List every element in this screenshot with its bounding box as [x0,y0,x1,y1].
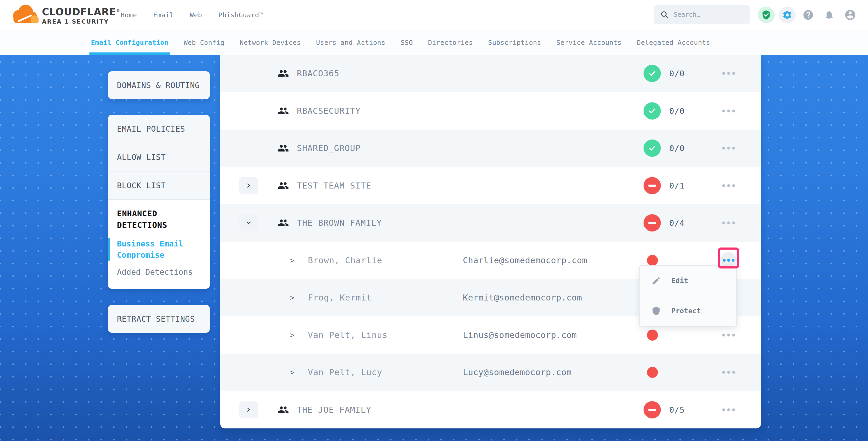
row-context-menu: Edit Protect [639,265,737,327]
member-count: 0/4 [669,218,685,228]
chevron-right-icon [290,368,294,377]
menu-item-label: Protect [671,307,701,315]
table-row: TEST TEAM SITE 0/1 [220,167,761,204]
people-icon [277,68,289,79]
menu-item-protect[interactable]: Protect [640,296,736,326]
tab-service-accounts[interactable]: Service Accounts [556,30,622,55]
member-name: Brown, Charlie [308,255,382,265]
people-icon [277,404,289,416]
people-icon [277,217,289,229]
member-count: 0/0 [669,106,685,116]
group-name: TEST TEAM SITE [297,181,371,191]
table-row: Van Pelt, Lucy Lucy@somedemocorp.com [220,354,761,391]
content-area: DOMAINS & ROUTING EMAIL POLICIES ALLOW L… [0,55,868,441]
sidebar-item-domains-routing[interactable]: DOMAINS & ROUTING [108,71,210,99]
member-name: Van Pelt, Lucy [308,367,382,377]
status-badge-protected [644,139,661,157]
expand-group-button[interactable] [239,401,258,418]
row-actions-button[interactable] [719,109,738,112]
member-count: 0/5 [669,405,685,414]
app-root: CLOUDFLARE® AREA 1 SECURITY Home Email W… [0,0,868,441]
row-actions-button[interactable] [719,184,738,187]
cloudflare-logo-icon [10,2,40,28]
tab-users-and-actions[interactable]: Users and Actions [316,30,385,55]
status-badge-protected [644,65,661,82]
status-badge-protected [644,102,661,120]
table-row: RBACSECURITY 0/0 [220,92,761,130]
enhanced-detections-title: ENHANCED DETECTIONS [108,208,210,231]
trademark: ® [116,8,120,12]
member-count: 0/1 [669,181,685,190]
table-row: SHARED_GROUP 0/0 [220,129,761,167]
people-icon [277,143,289,154]
menu-item-label: Edit [671,277,688,285]
status-badge-excluded [644,214,661,231]
chevron-right-icon [245,406,252,413]
row-actions-button[interactable] [719,371,738,374]
tab-network-devices[interactable]: Network Devices [240,30,301,55]
group-name: RBACSECURITY [297,106,361,116]
row-actions-button[interactable] [719,147,738,150]
search-icon [660,11,669,19]
group-name: RBACO365 [297,68,339,78]
search-input[interactable] [674,11,742,18]
groups-table: RBACO365 0/0 RBACSECURITY 0/0 SHARED_G [220,55,761,429]
brand-subtitle: AREA 1 SECURITY [42,18,120,25]
chevron-right-icon [290,293,294,302]
member-email: Linus@somedemocorp.com [463,330,577,340]
table-row: THE JOE FAMILY 0/5 [220,391,761,429]
nav-web[interactable]: Web [190,11,202,19]
member-name: Van Pelt, Linus [308,330,388,340]
group-name: THE JOE FAMILY [297,405,371,415]
chevron-right-icon [290,256,294,264]
sidebar-item-block-list[interactable]: BLOCK LIST [108,171,210,200]
group-name: THE BROWN FAMILY [297,218,382,228]
help-icon[interactable] [800,6,816,23]
sidebar-item-allow-list[interactable]: ALLOW LIST [108,143,210,171]
primary-nav: Home Email Web PhishGuard™ [121,0,263,30]
chevron-down-icon [245,219,252,226]
avatar-icon[interactable] [842,6,859,23]
top-header: CLOUDFLARE® AREA 1 SECURITY Home Email W… [0,0,868,30]
tab-delegated-accounts[interactable]: Delegated Accounts [637,30,710,55]
sidebar-item-retract-settings[interactable]: RETRACT SETTINGS [108,305,210,333]
sidebar-section-enhanced-detections: ENHANCED DETECTIONS Business Email Compr… [108,200,210,289]
row-actions-button[interactable] [719,334,738,336]
status-badge-excluded [644,401,661,418]
excluded-dot-icon [647,329,658,341]
status-badge-excluded [644,177,661,194]
nav-phishguard[interactable]: PhishGuard™ [218,11,263,19]
pencil-icon [651,276,661,286]
nav-home[interactable]: Home [121,11,137,19]
menu-item-edit[interactable]: Edit [640,266,736,296]
table-row: RBACO365 0/0 [220,55,761,92]
row-actions-button[interactable] [719,72,738,75]
tab-subscriptions[interactable]: Subscriptions [488,30,541,55]
member-count: 0/0 [669,69,685,78]
sidebar-link-added-detections[interactable]: Added Detections [108,267,210,277]
row-actions-button[interactable] [719,222,738,224]
people-icon [277,180,289,191]
collapse-group-button[interactable] [239,215,258,231]
shield-icon [651,306,661,316]
expand-group-button[interactable] [239,177,258,194]
brand-title: CLOUDFLARE® [42,5,120,17]
bell-icon[interactable] [821,6,838,23]
minus-icon [648,409,656,411]
sidebar-link-business-email-compromise[interactable]: Business Email Compromise [108,238,210,261]
people-icon [277,105,289,117]
minus-icon [648,185,656,187]
shield-check-icon[interactable] [758,6,775,23]
nav-email[interactable]: Email [153,11,174,19]
sidebar-policies-card: EMAIL POLICIES ALLOW LIST BLOCK LIST ENH… [108,115,210,289]
row-actions-button[interactable] [719,408,738,411]
tab-sso[interactable]: SSO [401,30,413,55]
tab-email-configuration[interactable]: Email Configuration [91,30,168,55]
header-status-icons [758,0,859,30]
tab-web-config[interactable]: Web Config [184,30,224,55]
gear-icon[interactable] [779,6,796,23]
sidebar-item-email-policies[interactable]: EMAIL POLICIES [108,115,210,143]
groups-table-panel: RBACO365 0/0 RBACSECURITY 0/0 SHARED_G [220,55,761,429]
tab-directories[interactable]: Directories [428,30,473,55]
search-bar[interactable] [654,5,750,24]
